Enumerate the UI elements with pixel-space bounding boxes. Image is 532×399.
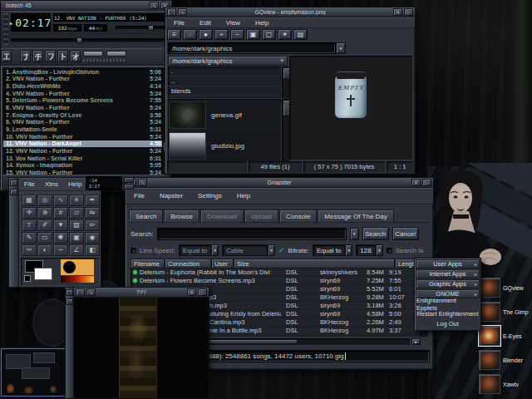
playlist-row[interactable]: 14. Xymox - Imagination 5:05 xyxy=(3,162,164,170)
playlist-row[interactable]: 12. VNV Nation - Further 5:24 xyxy=(3,147,164,155)
zoom-out-icon[interactable]: − xyxy=(230,29,244,40)
playlist-row[interactable]: 8. VNV Nation - Further 5:24 xyxy=(3,119,164,126)
menu-item[interactable]: Internet Apps ▸ xyxy=(416,269,480,278)
fuzzy-select-icon[interactable]: ✳ xyxy=(69,195,84,206)
gqview-file-scrollbar[interactable] xyxy=(282,99,289,161)
convolve-icon[interactable]: ◉ xyxy=(85,232,100,244)
menu-item[interactable]: Restart Enlightenment ▸ xyxy=(416,309,480,318)
gqview-directory-row[interactable]: blends xyxy=(168,86,281,96)
player-balance-slider[interactable] xyxy=(83,51,103,57)
blend-icon[interactable]: ▨ xyxy=(69,219,84,231)
volume-knob[interactable] xyxy=(148,25,154,31)
gqview-file-row[interactable]: giudizio.jpg xyxy=(169,131,280,160)
airbrush-icon[interactable]: ✺ xyxy=(53,232,68,244)
clone-icon[interactable]: ▣ xyxy=(69,232,84,244)
gqview-menu-item[interactable]: File xyxy=(174,19,185,27)
desktop-icon[interactable]: Xawtv xyxy=(479,374,532,394)
line-speed-value-combo[interactable]: Cable▾ xyxy=(222,244,275,256)
search-history-dropdown-icon[interactable]: ▾ xyxy=(350,228,359,240)
column-header[interactable]: Size xyxy=(234,259,395,268)
float-windows-icon[interactable]: ≡ xyxy=(167,29,181,40)
bucket-fill-icon[interactable]: ▼ xyxy=(53,219,68,231)
ellipse-select-icon[interactable]: ◎ xyxy=(37,195,52,206)
search-local-checkbox[interactable] xyxy=(387,248,392,254)
gqview-dir-scrollbar[interactable] xyxy=(282,66,289,98)
mystery-border-icon[interactable] xyxy=(66,289,73,296)
gnapster-tab[interactable]: Message Of The Day xyxy=(318,209,393,222)
desktop-icon[interactable]: GQview xyxy=(479,278,532,298)
desktop-icon[interactable]: The Gimp xyxy=(479,302,532,322)
mystery-titlebar[interactable]: ⋮⋮ ∿ ??? ✕ ▷ xyxy=(74,288,209,298)
menu-item[interactable]: User Apps ▸ xyxy=(416,259,480,268)
menu-item[interactable]: Log Out ▸ xyxy=(416,319,480,328)
playlist-mini-buttons[interactable] xyxy=(124,177,134,190)
gqview-directory-header[interactable]: /home/dark/graphics▾ xyxy=(168,56,288,66)
app-icon[interactable] xyxy=(479,350,500,370)
gqview-menu-item[interactable]: Help xyxy=(255,19,268,27)
player-track-marquee[interactable]: 12. VNV NATION - FURTHER (5:24) xyxy=(53,13,168,22)
bezier-select-icon[interactable]: ✒ xyxy=(85,195,100,206)
gimp-vertical-titlebar[interactable] xyxy=(9,178,19,287)
text-icon[interactable]: T xyxy=(22,219,37,231)
background-color-swatch[interactable] xyxy=(34,268,52,280)
mystery-close-icon[interactable]: ✕ xyxy=(187,288,196,296)
home-icon[interactable]: ⌂ xyxy=(183,29,197,40)
gqview-image-pane[interactable]: EMPTY xyxy=(289,56,412,160)
gqview-menu-item[interactable]: View xyxy=(226,19,240,27)
gnapster-tab[interactable]: Upload xyxy=(244,209,278,222)
refresh-icon[interactable]: ● xyxy=(199,29,213,40)
gqview-menu-item[interactable]: Edit xyxy=(200,19,211,27)
gqview-path-input[interactable]: /home/dark/graphics xyxy=(168,42,336,54)
gqview-maximize-icon[interactable]: ▷ xyxy=(404,8,413,16)
playlist-row[interactable]: 11. VNV Nation - DarkAngel 4:58 xyxy=(3,140,164,148)
mystery-maximize-icon[interactable]: ▷ xyxy=(198,288,207,296)
brush-preview[interactable] xyxy=(61,259,94,275)
kana-o-icon[interactable] xyxy=(70,50,81,62)
result-row[interactable]: Delerium - Euphoria (Rabbit In The Moon'… xyxy=(131,268,421,277)
move-icon[interactable]: ✛ xyxy=(22,207,37,219)
crop-icon[interactable]: # xyxy=(53,207,68,219)
kana-ka-icon[interactable] xyxy=(20,50,31,62)
kana-to-icon[interactable] xyxy=(57,50,68,62)
gqview-close-icon[interactable]: ✕ xyxy=(393,8,402,16)
playlist-row[interactable]: 9. Levitation-Smile 5:31 xyxy=(3,126,164,133)
zoom-in-icon[interactable]: + xyxy=(214,29,229,40)
playlist-list[interactable]: 1. AnythingBox - LivingInOblivion 5:06 2… xyxy=(3,68,164,176)
gnapster-menu-item[interactable]: File xyxy=(134,192,145,200)
player-shade-icon[interactable]: ∿ xyxy=(150,2,159,9)
menu-item[interactable]: Graphic Apps ▸ xyxy=(416,279,480,288)
gqview-window-menu-icon[interactable]: ⋮⋮ xyxy=(167,8,176,16)
desktop-icon[interactable]: Blender xyxy=(479,350,532,370)
gnapster-menu-item[interactable]: Settings xyxy=(198,192,222,200)
ink-icon[interactable]: ✑ xyxy=(22,244,37,256)
kana-fu-icon[interactable] xyxy=(45,50,56,62)
playlist-row[interactable]: 13. Vov Nation - Serial Killer 6:31 xyxy=(3,155,164,162)
flip-icon[interactable]: ⇋ xyxy=(85,207,100,219)
app-icon[interactable] xyxy=(479,302,500,322)
transform-icon[interactable]: ▱ xyxy=(69,207,84,219)
app-icon[interactable] xyxy=(479,374,500,394)
mystery-border-icon[interactable] xyxy=(66,298,73,305)
gqview-path-dropdown-icon[interactable]: ▾ xyxy=(336,42,346,54)
column-header[interactable]: Connection xyxy=(165,259,211,268)
line-speed-op-combo[interactable]: Equal to▾ xyxy=(179,244,219,256)
volume-slider[interactable] xyxy=(116,26,165,29)
gradient-preview[interactable] xyxy=(61,276,94,283)
player-eq-slider[interactable] xyxy=(106,51,126,57)
gimp-menu-item[interactable]: Help xyxy=(68,180,81,188)
gqview-shade-icon[interactable]: ∿ xyxy=(178,8,187,16)
channels-icon[interactable]: ◧ xyxy=(85,244,100,256)
desktop-pager[interactable] xyxy=(1,348,70,397)
playlist-row[interactable]: 5. Delerium - Flowers Become Screens 7:5… xyxy=(3,97,164,105)
mystery-image-canvas[interactable] xyxy=(74,298,209,398)
app-icon[interactable] xyxy=(479,278,500,298)
player-clutterbar[interactable] xyxy=(3,13,8,45)
gqview-file-row[interactable]: geneva.gif xyxy=(169,100,280,130)
pencil-icon[interactable]: ✏ xyxy=(85,219,100,231)
kana-e-icon[interactable] xyxy=(1,50,12,62)
playlist-row[interactable]: 4. VNV Nation - Further 5:24 xyxy=(3,90,164,97)
player-time-display[interactable]: ▶ 02:17 xyxy=(11,13,51,32)
bitrate-value-combo[interactable]: 128▾ xyxy=(356,244,382,256)
search-input[interactable] xyxy=(157,228,347,240)
mystery-window-menu-icon[interactable]: ⋮⋮ xyxy=(76,288,85,296)
